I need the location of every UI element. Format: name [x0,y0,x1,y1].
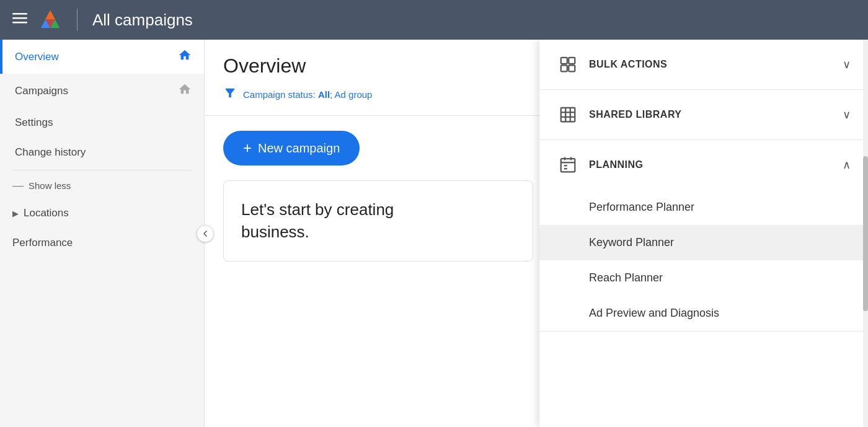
keyword-planner-item[interactable]: Keyword Planner [539,225,868,260]
locations-label: Locations [24,207,69,219]
shared-library-chevron: ∨ [843,108,851,121]
promo-box: Let's start by creating business. [223,180,533,262]
shared-library-section: SHARED LIBRARY ∨ [539,90,868,140]
main-layout: Overview Campaigns Settings Change histo… [0,40,868,427]
svg-rect-17 [561,159,575,172]
svg-rect-10 [561,65,567,71]
performance-label: Performance [12,237,73,249]
ad-preview-diagnosis-item[interactable]: Ad Preview and Diagnosis [539,296,868,331]
filter-text: Campaign status: All; Ad group [243,89,372,100]
filter-prefix: Campaign status: [243,89,318,100]
home-icon [178,48,192,65]
chevron-right-icon: ▶ [12,209,19,218]
page-title: All campaigns [92,11,193,30]
plus-icon: + [243,139,252,157]
planning-icon [557,154,579,176]
sidebar: Overview Campaigns Settings Change histo… [0,40,205,427]
filter-icon[interactable] [223,86,237,103]
performance-planner-item[interactable]: Performance Planner [539,190,868,225]
show-less-row[interactable]: — Show less [0,173,204,198]
bulk-actions-icon [557,53,579,76]
svg-rect-0 [12,13,27,15]
sidebar-item-campaigns[interactable]: Campaigns [0,74,204,108]
svg-rect-11 [569,65,575,71]
bulk-actions-chevron: ∨ [843,58,851,71]
svg-rect-2 [12,22,27,24]
planning-label: PLANNING [589,159,833,170]
bulk-actions-header[interactable]: BULK ACTIONS ∨ [539,40,868,89]
shared-library-icon [557,103,579,126]
reach-planner-item[interactable]: Reach Planner [539,260,868,296]
sidebar-item-label: Campaigns [15,85,68,97]
planning-items: Performance Planner Keyword Planner Reac… [539,190,868,331]
sidebar-collapse-button[interactable] [197,225,214,242]
svg-rect-9 [569,58,575,64]
shared-library-header[interactable]: SHARED LIBRARY ∨ [539,90,868,139]
sidebar-divider [12,170,192,170]
show-less-label: Show less [29,180,71,191]
scrollbar-track [863,40,868,427]
promo-text: Let's start by creating business. [241,198,515,244]
scrollbar-thumb[interactable] [863,156,868,311]
svg-rect-8 [561,58,567,64]
app-header: All campaigns [0,0,868,40]
filter-suffix: ; Ad group [330,89,372,100]
promo-line2: business. [241,222,309,241]
new-campaign-button[interactable]: + New campaign [223,131,360,165]
sidebar-item-label: Settings [15,117,53,129]
menu-icon[interactable] [12,11,27,29]
filter-bold: All [318,89,330,100]
planning-section: PLANNING ∧ Performance Planner Keyword P… [539,140,868,332]
promo-line1: Let's start by creating [241,200,394,219]
svg-rect-12 [561,108,575,122]
bulk-actions-section: BULK ACTIONS ∨ [539,40,868,90]
sidebar-item-performance[interactable]: Performance [0,228,204,258]
planning-chevron: ∧ [843,158,851,172]
show-less-dash-icon: — [12,179,24,192]
sidebar-item-locations[interactable]: ▶ Locations [0,198,204,228]
header-divider [77,9,78,31]
bulk-actions-label: BULK ACTIONS [589,59,833,70]
new-campaign-label: New campaign [258,141,340,156]
sidebar-item-label: Change history [15,146,86,159]
sidebar-item-overview[interactable]: Overview [0,40,204,74]
planning-header[interactable]: PLANNING ∧ [539,140,868,190]
google-ads-logo [38,8,62,32]
shared-library-label: SHARED LIBRARY [589,109,833,120]
campaigns-home-icon [178,82,192,99]
sidebar-item-settings[interactable]: Settings [0,108,204,138]
main-content: Overview Campaign status: All; Ad group … [205,40,868,427]
sidebar-item-label: Overview [15,51,59,63]
sidebar-item-change-history[interactable]: Change history [0,138,204,167]
planning-dropdown: BULK ACTIONS ∨ SH [539,40,868,427]
svg-rect-1 [12,17,27,19]
